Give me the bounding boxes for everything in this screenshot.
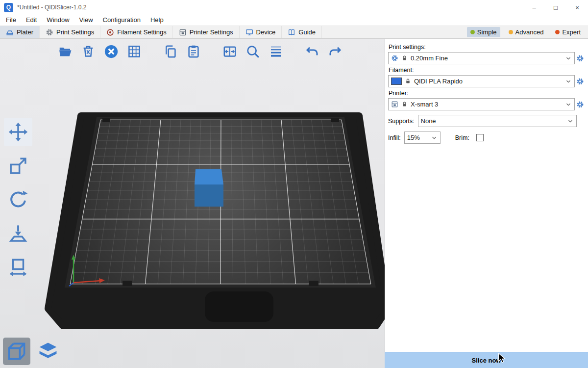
- tab-filament-settings-label: Filament Settings: [117, 28, 166, 36]
- 3d-viewport[interactable]: [0, 39, 385, 368]
- plate-clip: [309, 281, 318, 286]
- print-settings-label: Print settings:: [389, 44, 586, 51]
- search-button[interactable]: [243, 41, 263, 62]
- measure-button[interactable]: [4, 253, 32, 282]
- layer-lines-icon: [269, 44, 283, 59]
- redo-button[interactable]: [325, 41, 345, 62]
- menu-help[interactable]: Help: [146, 15, 169, 26]
- chevron-down-icon: [567, 118, 574, 125]
- slice-now-button[interactable]: Slice now: [385, 352, 588, 368]
- view-3d-editor-button[interactable]: [3, 338, 30, 365]
- undo-button[interactable]: [302, 41, 322, 62]
- menu-file[interactable]: File: [1, 15, 21, 26]
- close-button[interactable]: ×: [566, 0, 588, 15]
- scale-button[interactable]: [4, 152, 32, 180]
- copy-button[interactable]: [160, 41, 181, 62]
- copy-icon: [163, 44, 178, 59]
- print-settings-combo[interactable]: 0.20mm Fine: [388, 52, 575, 64]
- chevron-down-icon: [431, 134, 438, 141]
- split-icon: [222, 44, 237, 59]
- menu-edit[interactable]: Edit: [21, 15, 42, 26]
- filament-spool-icon: [106, 28, 114, 36]
- print-settings-gear-button[interactable]: [575, 52, 586, 64]
- plater-bed-icon: [6, 28, 14, 36]
- rotate-icon: [8, 189, 28, 210]
- menu-configuration[interactable]: Configuration: [98, 15, 146, 26]
- gear-icon: [576, 54, 584, 62]
- supports-combo[interactable]: None: [418, 115, 577, 127]
- minimize-button[interactable]: –: [523, 0, 545, 15]
- variable-layer-height-button[interactable]: [266, 41, 286, 62]
- rotate-button[interactable]: [4, 185, 32, 214]
- menu-bar: File Edit Window View Configuration Help: [0, 15, 588, 26]
- simple-mode-dot: [470, 30, 475, 34]
- menu-view[interactable]: View: [74, 15, 98, 26]
- filament-combo[interactable]: QIDI PLA Rapido: [388, 75, 575, 87]
- filament-value: QIDI PLA Rapido: [414, 78, 463, 85]
- layers-stack-icon: [37, 341, 59, 362]
- gear-icon: [391, 54, 398, 62]
- cube-3d-icon: [6, 341, 27, 362]
- maximize-button[interactable]: □: [545, 0, 566, 15]
- mode-simple[interactable]: Simple: [467, 27, 500, 37]
- bed-handle: [205, 291, 273, 322]
- chevron-down-icon: [565, 55, 572, 62]
- mode-expert[interactable]: Expert: [552, 27, 584, 37]
- place-on-face-button[interactable]: [4, 219, 32, 248]
- tab-printer-settings[interactable]: Printer Settings: [173, 26, 240, 38]
- paste-button[interactable]: [183, 41, 204, 62]
- open-button[interactable]: [55, 41, 75, 62]
- filament-gear-button[interactable]: [575, 75, 586, 87]
- tab-printer-settings-label: Printer Settings: [190, 28, 233, 36]
- model-cube[interactable]: [195, 169, 223, 207]
- view-preview-button[interactable]: [34, 338, 62, 365]
- window-title: *Untitled - QIDISlicer-1.0.2: [17, 4, 86, 11]
- printer-bed-scene[interactable]: [0, 39, 385, 368]
- supports-value: None: [421, 117, 436, 125]
- chevron-down-icon: [565, 101, 572, 108]
- mode-advanced-label: Advanced: [515, 28, 544, 36]
- lock-icon: [401, 101, 408, 107]
- printer-value: X-smart 3: [411, 101, 438, 108]
- object-toolbar: [55, 41, 345, 62]
- tab-bar: Plater Print Settings Filament Settings …: [0, 26, 588, 39]
- print-settings-value: 0.20mm Fine: [411, 54, 448, 62]
- circle-x-icon: [104, 44, 119, 59]
- delete-all-button[interactable]: [101, 41, 122, 62]
- printer-gear-button[interactable]: [575, 98, 586, 110]
- tab-guide[interactable]: Guide: [282, 26, 322, 38]
- tab-plater[interactable]: Plater: [0, 26, 40, 38]
- delete-button[interactable]: [78, 41, 98, 62]
- redo-icon: [328, 44, 343, 59]
- paste-icon: [186, 44, 201, 59]
- mode-simple-label: Simple: [477, 28, 497, 36]
- menu-window[interactable]: Window: [42, 15, 74, 26]
- brim-checkbox[interactable]: [476, 134, 484, 141]
- infill-combo[interactable]: 15%: [404, 131, 441, 144]
- tab-print-settings[interactable]: Print Settings: [40, 26, 100, 38]
- tab-device-label: Device: [256, 28, 276, 36]
- gear-icon: [576, 101, 584, 108]
- gear-icon: [576, 78, 584, 85]
- printer-label: Printer:: [389, 90, 586, 97]
- mode-selector: Simple Advanced Expert: [467, 26, 588, 38]
- arrange-grid-icon: [127, 44, 142, 59]
- printer-combo[interactable]: X-smart 3: [388, 98, 575, 110]
- brim-label: Brim:: [455, 134, 469, 141]
- move-icon: [8, 122, 28, 142]
- mode-expert-label: Expert: [562, 28, 581, 36]
- search-icon: [245, 44, 260, 59]
- split-button[interactable]: [220, 41, 240, 62]
- tab-print-settings-label: Print Settings: [56, 28, 94, 36]
- mode-advanced[interactable]: Advanced: [505, 27, 547, 37]
- app-icon: Q: [4, 3, 13, 12]
- tab-filament-settings[interactable]: Filament Settings: [100, 26, 172, 38]
- tab-plater-label: Plater: [17, 28, 33, 36]
- tab-device[interactable]: Device: [240, 26, 282, 38]
- trash-icon: [81, 44, 96, 59]
- move-button[interactable]: [4, 118, 32, 146]
- arrange-button[interactable]: [124, 41, 145, 62]
- device-monitor-icon: [245, 28, 253, 36]
- measure-icon: [8, 257, 28, 278]
- view-toggles: [3, 338, 62, 365]
